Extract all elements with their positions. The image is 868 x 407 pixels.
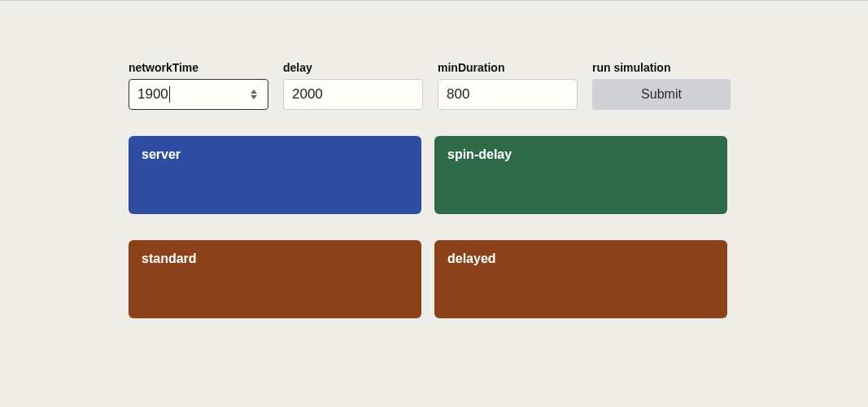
network-time-input[interactable]: 1900 [129,79,268,110]
card-spin-delay-title: spin-delay [447,147,512,161]
stepper-up-icon[interactable] [251,90,257,94]
delay-label: delay [283,61,423,74]
card-delayed: delayed [434,240,727,318]
main-container: networkTime 1900 delay 2000 minDuration … [0,1,868,318]
delay-value: 2000 [292,86,414,103]
network-time-stepper[interactable] [248,85,260,103]
card-delayed-title: delayed [447,252,496,265]
min-duration-input[interactable]: 800 [438,79,578,110]
stepper-down-icon[interactable] [251,95,257,99]
min-duration-field: minDuration 800 [438,61,578,110]
submit-button[interactable]: Submit [592,79,731,110]
text-caret [169,86,170,103]
card-standard: standard [129,240,421,318]
cards-grid: server spin-delay standard delayed [129,136,727,318]
card-server-title: server [142,147,181,161]
network-time-value: 1900 [137,86,248,103]
min-duration-value: 800 [447,86,569,103]
network-time-label: networkTime [129,61,268,74]
submit-field: run simulation Submit [592,61,731,110]
delay-field: delay 2000 [283,61,423,110]
submit-label: run simulation [592,61,731,74]
min-duration-label: minDuration [438,61,578,74]
network-time-field: networkTime 1900 [129,61,268,110]
card-server: server [129,136,421,214]
card-spin-delay: spin-delay [434,136,727,214]
controls-row: networkTime 1900 delay 2000 minDuration … [129,61,739,110]
delay-input[interactable]: 2000 [283,79,423,110]
card-standard-title: standard [142,252,197,265]
